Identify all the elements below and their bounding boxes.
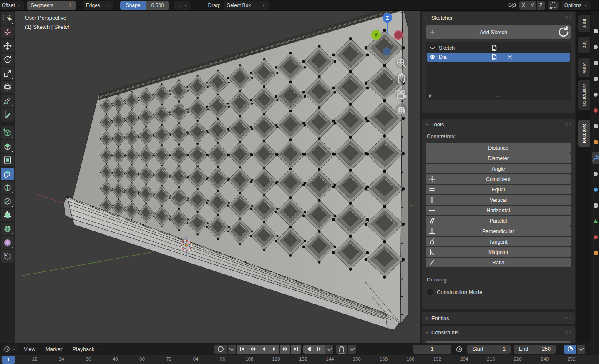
mirror-icon[interactable] <box>508 2 517 9</box>
camera-view-icon[interactable] <box>395 89 407 101</box>
tool-move[interactable] <box>1 40 14 52</box>
panel-drag-grip[interactable] <box>565 317 571 320</box>
properties-tab-constraints[interactable] <box>592 199 599 212</box>
more-dropdown[interactable]: ... <box>174 1 191 10</box>
chevron-down-icon[interactable] <box>425 331 429 334</box>
constraint-horizontal-button[interactable]: Horizontal <box>426 206 571 215</box>
gizmo-y-axis[interactable]: Y <box>371 30 381 40</box>
jump-to-start-button[interactable] <box>237 345 247 354</box>
tool-measure[interactable] <box>1 108 14 121</box>
constraint-distance-button[interactable]: Distance <box>426 143 571 153</box>
chevron-down-icon[interactable] <box>425 123 429 126</box>
constraint-vertical-button[interactable]: Vertical <box>426 195 571 205</box>
properties-tab-world[interactable] <box>592 104 599 117</box>
properties-tab-modifiers[interactable] <box>592 152 599 164</box>
constraint-ratio-button[interactable]: Ratio <box>426 258 571 267</box>
tool-poly-build[interactable] <box>1 209 14 221</box>
constraint-coincident-button[interactable]: Coincident <box>426 174 571 184</box>
panel-drag-grip[interactable] <box>565 16 571 19</box>
gizmo-x-axis[interactable] <box>394 30 403 40</box>
mirror-z-button[interactable]: Z <box>537 1 545 10</box>
eye-icon[interactable] <box>429 54 436 60</box>
tool-spin[interactable] <box>1 223 14 235</box>
tool-transform[interactable] <box>1 81 14 93</box>
snap-magnet-icon[interactable] <box>336 345 347 354</box>
prev-keyframe-button[interactable] <box>247 345 258 354</box>
tool-smooth[interactable] <box>1 236 14 249</box>
refresh-sketches-button[interactable] <box>556 25 571 39</box>
constraint-tangent-button[interactable]: Tangent <box>426 237 571 246</box>
sidebar-tab-tool[interactable]: Tool <box>578 37 590 53</box>
add-sketch-button[interactable]: Add Sketch <box>426 25 556 39</box>
mesh-model[interactable] <box>0 11 419 343</box>
tool-scale[interactable] <box>1 67 14 80</box>
properties-tab-material[interactable] <box>592 231 599 244</box>
tools-panel-title[interactable]: Tools <box>431 121 444 128</box>
sidebar-tab-sketcher[interactable]: Sketcher <box>578 120 590 147</box>
tool-bevel[interactable] <box>1 168 14 180</box>
tool-loop-cut[interactable] <box>1 181 14 194</box>
mirror-x-button[interactable]: X <box>519 1 528 10</box>
menu-playback[interactable]: Playback <box>68 346 104 352</box>
constraint-equal-button[interactable]: Equal <box>426 185 571 194</box>
constraint-diameter-button[interactable]: Diameter <box>426 153 571 163</box>
step-back-button[interactable] <box>303 345 314 354</box>
constraint-angle-button[interactable]: Angle <box>426 164 571 173</box>
toggle-ortho-icon[interactable] <box>395 103 407 115</box>
sidebar-tab-item[interactable]: Item <box>578 15 590 32</box>
construction-mode-checkbox[interactable] <box>427 289 433 295</box>
properties-tab-tool[interactable] <box>592 25 599 38</box>
properties-tab-collection[interactable] <box>592 120 599 133</box>
properties-tab-render[interactable] <box>592 41 599 53</box>
tool-cursor[interactable] <box>1 26 14 38</box>
start-frame-field[interactable]: Start1 <box>467 345 511 354</box>
sync-icon[interactable] <box>564 345 576 354</box>
playback-popover[interactable] <box>325 345 333 354</box>
properties-tab-particles[interactable] <box>592 168 599 180</box>
list-resize-grip[interactable] <box>495 95 501 98</box>
list-expand-icon[interactable] <box>429 94 432 98</box>
drag-mode-dropdown[interactable]: Select Box <box>224 1 269 10</box>
end-frame-field[interactable]: End250 <box>514 345 556 354</box>
properties-tab-view-layer[interactable] <box>592 73 599 85</box>
sync-dropdown[interactable] <box>577 345 585 354</box>
tool-knife[interactable] <box>1 195 14 208</box>
playhead[interactable]: 1 <box>2 356 15 364</box>
editor-type-dropdown[interactable] <box>2 345 18 353</box>
tool-edge-slide[interactable] <box>1 250 14 263</box>
sidebar-tab-animation[interactable]: Animation <box>578 80 590 110</box>
chevron-down-icon[interactable] <box>425 16 429 20</box>
next-keyframe-button[interactable] <box>280 345 290 354</box>
gizmo-neg-z-axis[interactable] <box>383 47 391 55</box>
tool-tweak-select[interactable] <box>1 12 14 25</box>
sketch-list-item[interactable]: Dia <box>427 53 570 62</box>
keying-set-dropdown[interactable] <box>228 345 236 354</box>
viewport-3d[interactable]: User Perspective (1) Sketch | Sketch Z Y <box>0 11 419 343</box>
options-dropdown[interactable]: Options <box>561 1 591 10</box>
shape-field[interactable]: Shape 0.500 <box>120 1 169 10</box>
mirror-y-button[interactable]: Y <box>528 1 536 10</box>
sidebar-tab-view[interactable]: View <box>578 58 590 77</box>
panel-drag-grip[interactable] <box>565 331 571 334</box>
current-frame-field[interactable]: 1 <box>413 345 451 354</box>
file-icon[interactable] <box>491 45 498 51</box>
tool-annotate[interactable] <box>1 95 14 107</box>
jump-to-end-button[interactable] <box>291 345 301 354</box>
play-button[interactable] <box>269 345 279 354</box>
constraints-panel-title[interactable]: Constraints <box>431 329 459 336</box>
pan-hand-icon[interactable] <box>395 73 407 84</box>
step-forward-button[interactable] <box>314 345 325 354</box>
menu-marker[interactable]: Marker <box>41 346 66 352</box>
curve-icon[interactable] <box>429 45 436 51</box>
file-icon[interactable] <box>491 54 498 60</box>
properties-tab-texture[interactable] <box>592 247 599 259</box>
edges-dropdown[interactable]: Edges <box>83 1 113 10</box>
tool-rotate[interactable] <box>1 53 14 66</box>
constraint-midpoint-button[interactable]: Midpoint <box>426 247 571 257</box>
tool-inset-faces[interactable] <box>1 154 14 166</box>
sketch-list-item[interactable]: Sketch <box>427 43 570 53</box>
sketcher-panel-title[interactable]: Sketcher <box>431 15 453 21</box>
close-icon[interactable] <box>506 54 513 60</box>
play-reverse-button[interactable] <box>258 345 269 354</box>
auto-keyframe-button[interactable] <box>214 345 227 354</box>
